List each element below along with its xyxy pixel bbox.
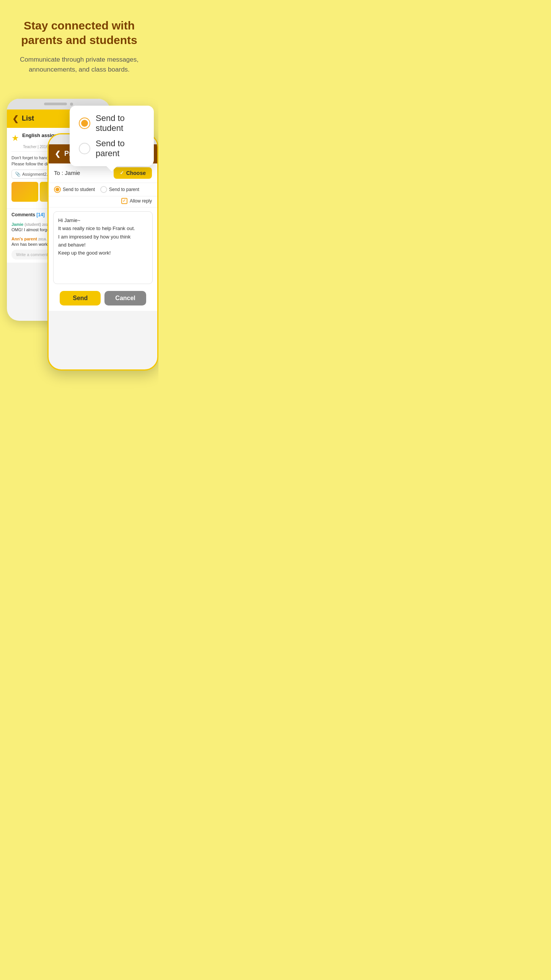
send-to-parent-option[interactable]: Send to parent	[100, 186, 139, 193]
action-buttons: Send Cancel	[49, 288, 157, 311]
choose-label: Choose	[126, 170, 146, 176]
allow-reply-row: ✓ Allow reply	[49, 196, 157, 207]
radio-student-outer	[79, 118, 90, 129]
tooltip-send-parent[interactable]: Send to parent	[79, 139, 145, 158]
header-title: Stay connected with parents and students	[15, 18, 143, 47]
send-to-student-option[interactable]: Send to student	[54, 186, 95, 193]
radio-sm-parent-outer	[100, 186, 107, 193]
cancel-button[interactable]: Cancel	[104, 291, 146, 305]
list-title: List	[22, 114, 34, 122]
to-label: To : Jamie	[54, 170, 80, 176]
comments-count: [14]	[36, 212, 44, 217]
tooltip-send-student[interactable]: Send to student	[79, 113, 145, 133]
send-parent-label: Send to parent	[109, 187, 139, 192]
send-button[interactable]: Send	[60, 291, 101, 305]
phone-camera-dot	[70, 103, 73, 106]
choose-button[interactable]: ✓ Choose	[114, 167, 152, 179]
message-area[interactable]: Hi Jamie~ It was really nice to help Fra…	[53, 211, 153, 284]
choose-check-icon: ✓	[120, 170, 124, 176]
attachment-icon: 📎	[15, 172, 21, 177]
list-back-icon[interactable]: ❮	[12, 114, 19, 123]
radio-parent-outer	[79, 143, 90, 154]
private-note-phone: ❮ Private Note To : Jamie ✓ Choose Send …	[47, 133, 158, 371]
star-icon: ★	[11, 133, 19, 143]
radio-sm-student-outer	[54, 186, 61, 193]
allow-reply-label: Allow reply	[130, 198, 152, 204]
thumbnail-1	[11, 182, 38, 202]
message-text: Hi Jamie~ It was really nice to help Fra…	[58, 216, 148, 257]
radio-sm-student-inner	[55, 188, 59, 191]
phone-status-bar	[44, 103, 67, 105]
send-options-row: Send to student Send to parent	[49, 183, 157, 196]
to-row: To : Jamie ✓ Choose	[49, 163, 157, 183]
private-note-back-icon[interactable]: ❮	[55, 150, 60, 158]
private-note-body: To : Jamie ✓ Choose Send to student Send…	[49, 163, 157, 311]
tooltip-student-label: Send to student	[96, 113, 145, 133]
bottom-space	[0, 382, 158, 401]
phones-container: ❮ List ★ English assignment #2 [14] Teac…	[0, 91, 158, 382]
tooltip-parent-label: Send to parent	[96, 139, 145, 158]
header-section: Stay connected with parents and students…	[0, 0, 158, 87]
allow-reply-checkbox[interactable]: ✓	[121, 198, 127, 204]
send-student-label: Send to student	[63, 187, 95, 192]
checkbox-check-icon: ✓	[122, 198, 126, 203]
header-subtitle: Communicate through private messages, an…	[15, 55, 143, 75]
send-options-tooltip: Send to student Send to parent	[70, 106, 154, 166]
radio-student-inner	[81, 120, 88, 127]
